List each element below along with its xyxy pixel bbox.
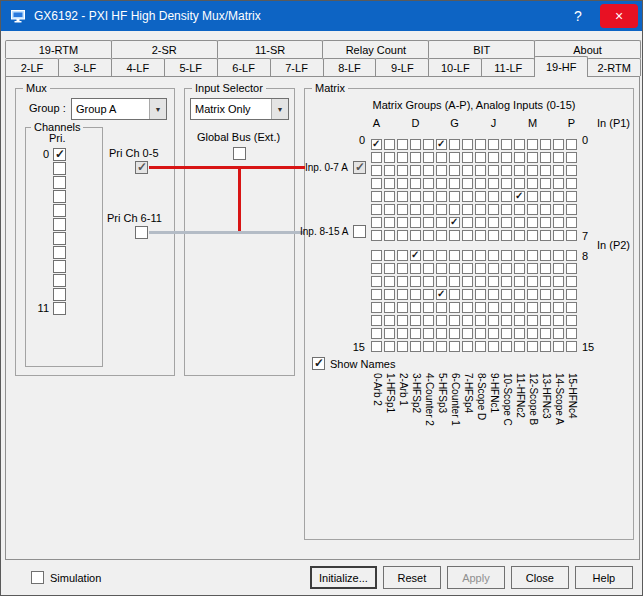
pri-ch-6-11-checkbox[interactable] — [135, 226, 148, 239]
matrix-cell-11-1[interactable] — [384, 289, 395, 300]
matrix-cell-14-11[interactable] — [514, 328, 525, 339]
matrix-cell-13-0[interactable] — [371, 315, 382, 326]
help-button[interactable]: Help — [575, 566, 633, 589]
matrix-cell-6-14[interactable] — [553, 217, 564, 228]
matrix-cell-13-12[interactable] — [527, 315, 538, 326]
matrix-cell-15-13[interactable] — [540, 341, 551, 352]
matrix-cell-9-10[interactable] — [501, 263, 512, 274]
matrix-cell-5-4[interactable] — [423, 204, 434, 215]
matrix-cell-9-6[interactable] — [449, 263, 460, 274]
matrix-cell-5-11[interactable] — [514, 204, 525, 215]
tab-8-lf[interactable]: 8-LF — [323, 58, 377, 76]
matrix-cell-4-6[interactable] — [449, 191, 460, 202]
matrix-cell-15-11[interactable] — [514, 341, 525, 352]
channel-checkbox-0[interactable] — [53, 148, 66, 161]
matrix-cell-9-8[interactable] — [475, 263, 486, 274]
matrix-cell-13-11[interactable] — [514, 315, 525, 326]
matrix-cell-3-14[interactable] — [553, 178, 564, 189]
matrix-cell-4-5[interactable] — [436, 191, 447, 202]
matrix-cell-14-6[interactable] — [449, 328, 460, 339]
matrix-cell-8-1[interactable] — [384, 250, 395, 261]
matrix-cell-10-1[interactable] — [384, 276, 395, 287]
matrix-cell-0-15[interactable] — [566, 139, 577, 150]
matrix-cell-14-8[interactable] — [475, 328, 486, 339]
matrix-cell-11-4[interactable] — [423, 289, 434, 300]
matrix-cell-14-3[interactable] — [410, 328, 421, 339]
matrix-cell-2-0[interactable] — [371, 165, 382, 176]
show-names-checkbox[interactable] — [312, 357, 325, 370]
matrix-cell-12-11[interactable] — [514, 302, 525, 313]
matrix-cell-10-12[interactable] — [527, 276, 538, 287]
matrix-cell-8-4[interactable] — [423, 250, 434, 261]
matrix-cell-4-8[interactable] — [475, 191, 486, 202]
matrix-cell-1-14[interactable] — [553, 152, 564, 163]
matrix-cell-7-4[interactable] — [423, 230, 434, 241]
matrix-cell-2-10[interactable] — [501, 165, 512, 176]
matrix-cell-6-8[interactable] — [475, 217, 486, 228]
matrix-cell-5-5[interactable] — [436, 204, 447, 215]
matrix-cell-13-7[interactable] — [462, 315, 473, 326]
matrix-cell-15-6[interactable] — [449, 341, 460, 352]
matrix-cell-0-4[interactable] — [423, 139, 434, 150]
matrix-cell-7-8[interactable] — [475, 230, 486, 241]
tab-5-lf[interactable]: 5-LF — [164, 58, 218, 76]
input-mode-select[interactable]: Matrix Only ▼ — [190, 98, 289, 120]
matrix-cell-5-3[interactable] — [410, 204, 421, 215]
inp-8-15-checkbox[interactable] — [353, 225, 366, 238]
tab-11-sr[interactable]: 11-SR — [217, 40, 324, 58]
matrix-cell-11-5[interactable] — [436, 289, 447, 300]
matrix-cell-0-8[interactable] — [475, 139, 486, 150]
matrix-cell-4-4[interactable] — [423, 191, 434, 202]
tab-19-rtm[interactable]: 19-RTM — [5, 40, 112, 58]
matrix-cell-3-3[interactable] — [410, 178, 421, 189]
matrix-cell-13-10[interactable] — [501, 315, 512, 326]
matrix-cell-11-15[interactable] — [566, 289, 577, 300]
matrix-cell-14-10[interactable] — [501, 328, 512, 339]
matrix-cell-5-1[interactable] — [384, 204, 395, 215]
matrix-cell-11-10[interactable] — [501, 289, 512, 300]
matrix-cell-0-10[interactable] — [501, 139, 512, 150]
matrix-cell-4-11[interactable] — [514, 191, 525, 202]
channel-checkbox-10[interactable] — [53, 288, 66, 301]
matrix-cell-4-13[interactable] — [540, 191, 551, 202]
matrix-cell-1-12[interactable] — [527, 152, 538, 163]
matrix-cell-6-13[interactable] — [540, 217, 551, 228]
matrix-cell-0-7[interactable] — [462, 139, 473, 150]
matrix-cell-10-13[interactable] — [540, 276, 551, 287]
matrix-cell-1-11[interactable] — [514, 152, 525, 163]
matrix-cell-0-9[interactable] — [488, 139, 499, 150]
matrix-cell-11-14[interactable] — [553, 289, 564, 300]
matrix-cell-1-5[interactable] — [436, 152, 447, 163]
matrix-cell-4-9[interactable] — [488, 191, 499, 202]
matrix-cell-11-2[interactable] — [397, 289, 408, 300]
matrix-cell-5-12[interactable] — [527, 204, 538, 215]
matrix-cell-14-13[interactable] — [540, 328, 551, 339]
matrix-cell-10-9[interactable] — [488, 276, 499, 287]
group-select[interactable]: Group A ▼ — [71, 98, 167, 120]
matrix-cell-10-3[interactable] — [410, 276, 421, 287]
matrix-cell-6-10[interactable] — [501, 217, 512, 228]
matrix-cell-11-0[interactable] — [371, 289, 382, 300]
matrix-cell-15-2[interactable] — [397, 341, 408, 352]
matrix-cell-10-7[interactable] — [462, 276, 473, 287]
matrix-cell-2-7[interactable] — [462, 165, 473, 176]
matrix-cell-8-2[interactable] — [397, 250, 408, 261]
matrix-cell-2-12[interactable] — [527, 165, 538, 176]
matrix-cell-0-3[interactable] — [410, 139, 421, 150]
matrix-cell-15-3[interactable] — [410, 341, 421, 352]
matrix-cell-14-7[interactable] — [462, 328, 473, 339]
matrix-cell-5-0[interactable] — [371, 204, 382, 215]
matrix-cell-12-1[interactable] — [384, 302, 395, 313]
matrix-cell-11-12[interactable] — [527, 289, 538, 300]
matrix-cell-11-6[interactable] — [449, 289, 460, 300]
matrix-cell-5-6[interactable] — [449, 204, 460, 215]
matrix-cell-1-7[interactable] — [462, 152, 473, 163]
matrix-cell-5-10[interactable] — [501, 204, 512, 215]
channel-checkbox-5[interactable] — [53, 218, 66, 231]
tab-6-lf[interactable]: 6-LF — [217, 58, 271, 76]
matrix-cell-2-3[interactable] — [410, 165, 421, 176]
matrix-cell-4-2[interactable] — [397, 191, 408, 202]
matrix-cell-11-3[interactable] — [410, 289, 421, 300]
matrix-cell-0-0[interactable] — [371, 139, 382, 150]
matrix-cell-15-9[interactable] — [488, 341, 499, 352]
